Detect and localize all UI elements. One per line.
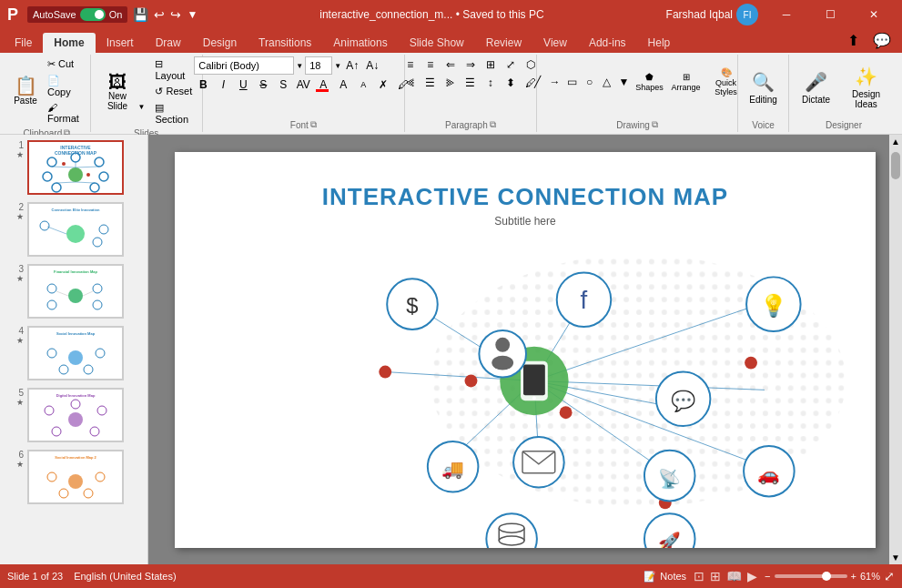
arrange-button[interactable]: ⊞ Arrange (668, 56, 704, 107)
decrease-font-button[interactable]: A↓ (363, 57, 381, 74)
undo-icon[interactable]: ↩ (154, 7, 165, 22)
dictate-button[interactable]: 🎤 Dictate (795, 68, 837, 107)
slide-img-1[interactable]: INTERACTIVE CONNECTION MAP (27, 140, 124, 195)
autosave-toggle[interactable] (80, 8, 106, 21)
slide-thumb-1[interactable]: 1 ★ INTERACTIVE CONNECTION MAP (4, 138, 144, 197)
paragraph-expand-icon[interactable]: ⧉ (490, 119, 496, 130)
minimize-button[interactable]: ─ (765, 0, 807, 29)
cut-button[interactable]: ✂ Cut (44, 56, 85, 72)
rect-shape[interactable]: ▭ (563, 74, 582, 90)
font-name-input[interactable]: Calibri (Body) (194, 56, 294, 75)
slide-canvas[interactable]: INTERACTIVE CONNECTION MAP Subtitle here (175, 152, 876, 548)
tab-help[interactable]: Help (637, 33, 682, 53)
slide-thumb-4[interactable]: 4 ★ Social Innovation Map (4, 324, 144, 382)
font-expand-icon[interactable]: ⧉ (310, 119, 317, 130)
text-direction-button[interactable]: ⤢ (502, 56, 520, 73)
bold-button[interactable]: B (194, 76, 212, 93)
font-color-button[interactable]: A (314, 76, 332, 93)
font-name-dropdown-icon[interactable]: ▼ (296, 62, 303, 70)
zoom-out-btn[interactable]: − (765, 571, 770, 582)
align-center-button[interactable]: ☰ (421, 75, 440, 91)
circle-shape[interactable]: ○ (581, 74, 599, 90)
arrow-shape[interactable]: → (546, 74, 564, 90)
slide-sorter-icon[interactable]: ⊞ (710, 569, 721, 583)
columns-button[interactable]: ⊞ (481, 56, 500, 73)
scroll-up-btn[interactable]: ▲ (889, 135, 902, 148)
justify-button[interactable]: ☰ (461, 75, 480, 91)
tab-review[interactable]: Review (475, 33, 532, 53)
vertical-scrollbar[interactable]: ▲ ▼ (889, 135, 902, 564)
new-slide-dropdown-icon[interactable]: ▼ (137, 103, 145, 111)
indent-decrease-button[interactable]: ⇐ (441, 56, 460, 73)
slide-thumb-6[interactable]: 6 ★ Social Innovation Map 2 (4, 448, 144, 506)
share-icon[interactable]: ⬆ (840, 27, 866, 53)
tab-animations[interactable]: Animations (322, 33, 398, 53)
font-size-small-button[interactable]: A (354, 76, 372, 93)
slide-thumb-3[interactable]: 3 ★ Financial Innovation Map (4, 262, 144, 320)
tab-draw[interactable]: Draw (145, 33, 192, 53)
tab-design[interactable]: Design (192, 33, 248, 53)
align-left-button[interactable]: ⫷ (401, 75, 420, 91)
autosave-badge[interactable]: AutoSave On (27, 6, 127, 23)
tab-addins[interactable]: Add-ins (578, 33, 637, 53)
tab-slideshow[interactable]: Slide Show (399, 33, 475, 53)
slide-img-2[interactable]: Connection Elite Innovation (27, 202, 124, 257)
new-slide-button[interactable]: 🖼 New Slide ▼ (96, 70, 150, 114)
tab-transitions[interactable]: Transitions (248, 33, 322, 53)
layout-button[interactable]: ⊟ Layout (151, 56, 196, 83)
more-shapes[interactable]: ▼ (615, 74, 633, 90)
design-ideas-button[interactable]: ✨ Design Ideas (839, 63, 893, 112)
slide-img-6[interactable]: Social Innovation Map 2 (27, 450, 124, 504)
clear-format-button[interactable]: ✗ (374, 76, 392, 93)
comments-icon[interactable]: 💬 (869, 27, 895, 53)
numbering-button[interactable]: ≡ (421, 56, 440, 73)
slide-panel[interactable]: 1 ★ INTERACTIVE CONNECTION MAP (0, 135, 148, 564)
notes-tab[interactable]: 📝 Notes (644, 571, 686, 583)
format-painter-button[interactable]: 🖌 Format (44, 100, 85, 126)
drawing-expand-icon[interactable]: ⧉ (652, 119, 658, 130)
italic-button[interactable]: I (214, 76, 232, 93)
zoom-slider[interactable] (775, 574, 847, 578)
indent-increase-button[interactable]: ⇒ (461, 56, 480, 73)
slide-thumb-5[interactable]: 5 ★ Digital Innovation Map (4, 386, 144, 444)
save-icon[interactable]: 💾 (133, 7, 148, 22)
tab-insert[interactable]: Insert (96, 33, 145, 53)
copy-button[interactable]: 📄 Copy (44, 73, 85, 99)
strikethrough-button[interactable]: S (254, 76, 272, 93)
paste-button[interactable]: 📋 Paste (9, 74, 42, 108)
line-spacing-button[interactable]: ↕ (481, 75, 500, 91)
tab-home[interactable]: Home (43, 33, 95, 53)
editing-button[interactable]: 🔍 Editing (742, 68, 785, 107)
section-button[interactable]: ▤ Section (151, 100, 196, 127)
char-spacing-button[interactable]: AV (294, 76, 312, 93)
shapes-button[interactable]: ⬟ Shapes (633, 56, 666, 107)
zoom-in-btn[interactable]: + (851, 571, 856, 582)
slide-img-4[interactable]: Social Innovation Map (27, 326, 124, 380)
triangle-shape[interactable]: △ (598, 74, 616, 90)
scroll-down-btn[interactable]: ▼ (889, 551, 902, 564)
underline-button[interactable]: U (234, 76, 252, 93)
tab-file[interactable]: File (4, 33, 43, 53)
scroll-thumb-v[interactable] (891, 152, 900, 179)
bullets-button[interactable]: ≡ (401, 56, 420, 73)
slide-img-5[interactable]: Digital Innovation Map (27, 388, 124, 442)
canvas-area[interactable]: INTERACTIVE CONNECTION MAP Subtitle here (148, 135, 902, 564)
increase-font-button[interactable]: A↑ (343, 57, 361, 74)
shadow-button[interactable]: S (274, 76, 292, 93)
font-size-input[interactable]: 18 (305, 56, 332, 75)
font-size-large-button[interactable]: A (334, 76, 352, 93)
line-shape[interactable]: ╱ (529, 74, 547, 90)
close-button[interactable]: ✕ (853, 0, 895, 29)
slide-thumb-2[interactable]: 2 ★ Connection Elite Innovation (4, 200, 144, 259)
para-spacing-button[interactable]: ⬍ (502, 75, 520, 91)
normal-view-icon[interactable]: ⊡ (694, 569, 704, 583)
align-right-button[interactable]: ⫸ (441, 75, 460, 91)
tab-view[interactable]: View (532, 33, 578, 53)
slide-img-3[interactable]: Financial Innovation Map (27, 264, 124, 319)
reading-view-icon[interactable]: 📖 (726, 569, 742, 583)
restore-button[interactable]: ☐ (809, 0, 851, 29)
customize-icon[interactable]: ▼ (187, 8, 198, 21)
reset-button[interactable]: ↺ Reset (151, 84, 196, 99)
font-size-dropdown-icon[interactable]: ▼ (334, 62, 341, 70)
slideshow-icon[interactable]: ▶ (747, 569, 757, 583)
